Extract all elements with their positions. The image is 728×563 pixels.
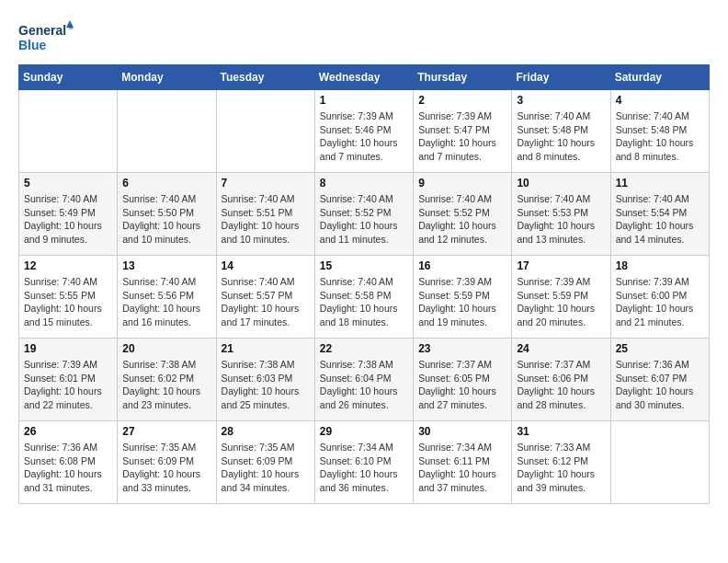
calendar-cell: 24Sunrise: 7:37 AMSunset: 6:06 PMDayligh… <box>512 339 610 421</box>
day-number: 5 <box>24 177 112 190</box>
day-detail: Sunrise: 7:37 AMSunset: 6:06 PMDaylight:… <box>517 358 605 412</box>
calendar-cell: 31Sunrise: 7:33 AMSunset: 6:12 PMDayligh… <box>512 421 610 504</box>
day-detail: Sunrise: 7:40 AMSunset: 5:53 PMDaylight:… <box>517 192 605 247</box>
calendar-cell: 13Sunrise: 7:40 AMSunset: 5:56 PMDayligh… <box>118 256 216 339</box>
calendar-cell: 9Sunrise: 7:40 AMSunset: 5:52 PMDaylight… <box>414 173 512 256</box>
day-detail: Sunrise: 7:39 AMSunset: 6:00 PMDaylight:… <box>616 275 704 329</box>
calendar-cell: 21Sunrise: 7:38 AMSunset: 6:03 PMDayligh… <box>216 339 314 421</box>
day-detail: Sunrise: 7:40 AMSunset: 5:50 PMDaylight:… <box>122 192 210 247</box>
calendar-cell: 28Sunrise: 7:35 AMSunset: 6:09 PMDayligh… <box>216 421 314 504</box>
calendar-cell: 8Sunrise: 7:40 AMSunset: 5:52 PMDaylight… <box>314 173 413 256</box>
weekday-header: Friday <box>512 65 610 90</box>
day-number: 21 <box>222 342 310 355</box>
day-detail: Sunrise: 7:40 AMSunset: 5:55 PMDaylight:… <box>24 275 112 329</box>
day-detail: Sunrise: 7:39 AMSunset: 5:46 PMDaylight:… <box>320 109 408 164</box>
day-number: 29 <box>320 425 408 438</box>
calendar-cell: 15Sunrise: 7:40 AMSunset: 5:58 PMDayligh… <box>314 256 413 339</box>
day-detail: Sunrise: 7:33 AMSunset: 6:12 PMDaylight:… <box>517 441 605 495</box>
calendar-week-row: 19Sunrise: 7:39 AMSunset: 6:01 PMDayligh… <box>19 339 710 421</box>
calendar-cell: 3Sunrise: 7:40 AMSunset: 5:48 PMDaylight… <box>512 90 610 173</box>
day-number: 23 <box>418 342 506 355</box>
calendar-cell: 7Sunrise: 7:40 AMSunset: 5:51 PMDaylight… <box>216 173 314 256</box>
logo-svg: General Blue <box>18 18 74 55</box>
day-detail: Sunrise: 7:40 AMSunset: 5:51 PMDaylight:… <box>222 192 310 247</box>
day-detail: Sunrise: 7:39 AMSunset: 5:47 PMDaylight:… <box>418 109 506 164</box>
day-detail: Sunrise: 7:35 AMSunset: 6:09 PMDaylight:… <box>222 441 310 495</box>
calendar-cell: 22Sunrise: 7:38 AMSunset: 6:04 PMDayligh… <box>314 339 413 421</box>
day-detail: Sunrise: 7:34 AMSunset: 6:10 PMDaylight:… <box>320 441 408 495</box>
day-number: 26 <box>24 425 112 438</box>
day-number: 15 <box>320 259 408 272</box>
day-number: 31 <box>517 425 605 438</box>
day-detail: Sunrise: 7:39 AMSunset: 5:59 PMDaylight:… <box>418 275 506 329</box>
day-number: 27 <box>122 425 210 438</box>
day-detail: Sunrise: 7:37 AMSunset: 6:05 PMDaylight:… <box>418 358 506 412</box>
weekday-header: Wednesday <box>314 65 413 90</box>
day-number: 18 <box>616 259 704 272</box>
calendar-cell: 17Sunrise: 7:39 AMSunset: 5:59 PMDayligh… <box>512 256 610 339</box>
calendar-cell: 6Sunrise: 7:40 AMSunset: 5:50 PMDaylight… <box>118 173 216 256</box>
day-detail: Sunrise: 7:40 AMSunset: 5:52 PMDaylight:… <box>418 192 506 247</box>
day-detail: Sunrise: 7:38 AMSunset: 6:02 PMDaylight:… <box>122 358 210 412</box>
day-detail: Sunrise: 7:35 AMSunset: 6:09 PMDaylight:… <box>122 441 210 495</box>
day-number: 8 <box>320 177 408 190</box>
day-number: 28 <box>222 425 310 438</box>
calendar-cell: 5Sunrise: 7:40 AMSunset: 5:49 PMDaylight… <box>19 173 118 256</box>
calendar-cell: 29Sunrise: 7:34 AMSunset: 6:10 PMDayligh… <box>314 421 413 504</box>
day-number: 17 <box>517 259 605 272</box>
day-number: 2 <box>418 94 506 107</box>
weekday-header: Saturday <box>610 65 709 90</box>
calendar-cell: 23Sunrise: 7:37 AMSunset: 6:05 PMDayligh… <box>414 339 512 421</box>
day-number: 12 <box>24 259 112 272</box>
calendar-cell: 4Sunrise: 7:40 AMSunset: 5:48 PMDaylight… <box>610 90 709 173</box>
day-number: 10 <box>517 177 605 190</box>
day-number: 30 <box>418 425 506 438</box>
weekday-header: Thursday <box>414 65 512 90</box>
day-detail: Sunrise: 7:40 AMSunset: 5:48 PMDaylight:… <box>517 109 605 164</box>
page-header: General Blue <box>18 18 710 55</box>
calendar-week-row: 12Sunrise: 7:40 AMSunset: 5:55 PMDayligh… <box>19 256 710 339</box>
weekday-header: Sunday <box>19 65 118 90</box>
weekday-header: Tuesday <box>216 65 314 90</box>
day-detail: Sunrise: 7:39 AMSunset: 5:59 PMDaylight:… <box>517 275 605 329</box>
calendar-cell: 2Sunrise: 7:39 AMSunset: 5:47 PMDaylight… <box>414 90 512 173</box>
day-number: 1 <box>320 94 408 107</box>
day-number: 19 <box>24 342 112 355</box>
svg-text:Blue: Blue <box>18 38 47 52</box>
calendar-cell <box>118 90 216 173</box>
day-number: 25 <box>616 342 704 355</box>
calendar-cell <box>19 90 118 173</box>
day-number: 22 <box>320 342 408 355</box>
day-detail: Sunrise: 7:40 AMSunset: 5:56 PMDaylight:… <box>122 275 210 329</box>
calendar-week-row: 5Sunrise: 7:40 AMSunset: 5:49 PMDaylight… <box>19 173 710 256</box>
day-number: 6 <box>122 177 210 190</box>
day-number: 13 <box>122 259 210 272</box>
svg-text:General: General <box>18 23 66 38</box>
calendar-cell: 18Sunrise: 7:39 AMSunset: 6:00 PMDayligh… <box>610 256 709 339</box>
calendar-cell: 30Sunrise: 7:34 AMSunset: 6:11 PMDayligh… <box>414 421 512 504</box>
day-number: 14 <box>222 259 310 272</box>
day-detail: Sunrise: 7:40 AMSunset: 5:58 PMDaylight:… <box>320 275 408 329</box>
day-number: 11 <box>616 177 704 190</box>
day-number: 20 <box>122 342 210 355</box>
logo: General Blue <box>18 18 74 55</box>
calendar-cell: 26Sunrise: 7:36 AMSunset: 6:08 PMDayligh… <box>19 421 118 504</box>
day-detail: Sunrise: 7:40 AMSunset: 5:49 PMDaylight:… <box>24 192 112 247</box>
calendar-week-row: 26Sunrise: 7:36 AMSunset: 6:08 PMDayligh… <box>19 421 710 504</box>
calendar-cell: 27Sunrise: 7:35 AMSunset: 6:09 PMDayligh… <box>118 421 216 504</box>
day-detail: Sunrise: 7:38 AMSunset: 6:03 PMDaylight:… <box>222 358 310 412</box>
day-detail: Sunrise: 7:38 AMSunset: 6:04 PMDaylight:… <box>320 358 408 412</box>
calendar-cell: 16Sunrise: 7:39 AMSunset: 5:59 PMDayligh… <box>414 256 512 339</box>
calendar-cell: 10Sunrise: 7:40 AMSunset: 5:53 PMDayligh… <box>512 173 610 256</box>
day-number: 4 <box>616 94 704 107</box>
calendar-header-row: SundayMondayTuesdayWednesdayThursdayFrid… <box>19 65 710 90</box>
weekday-header: Monday <box>118 65 216 90</box>
calendar-body: 1Sunrise: 7:39 AMSunset: 5:46 PMDaylight… <box>19 90 710 504</box>
day-detail: Sunrise: 7:36 AMSunset: 6:07 PMDaylight:… <box>616 358 704 412</box>
calendar-cell: 25Sunrise: 7:36 AMSunset: 6:07 PMDayligh… <box>610 339 709 421</box>
day-detail: Sunrise: 7:40 AMSunset: 5:52 PMDaylight:… <box>320 192 408 247</box>
calendar-cell: 19Sunrise: 7:39 AMSunset: 6:01 PMDayligh… <box>19 339 118 421</box>
day-number: 24 <box>517 342 605 355</box>
day-detail: Sunrise: 7:40 AMSunset: 5:48 PMDaylight:… <box>616 109 704 164</box>
calendar-cell: 20Sunrise: 7:38 AMSunset: 6:02 PMDayligh… <box>118 339 216 421</box>
